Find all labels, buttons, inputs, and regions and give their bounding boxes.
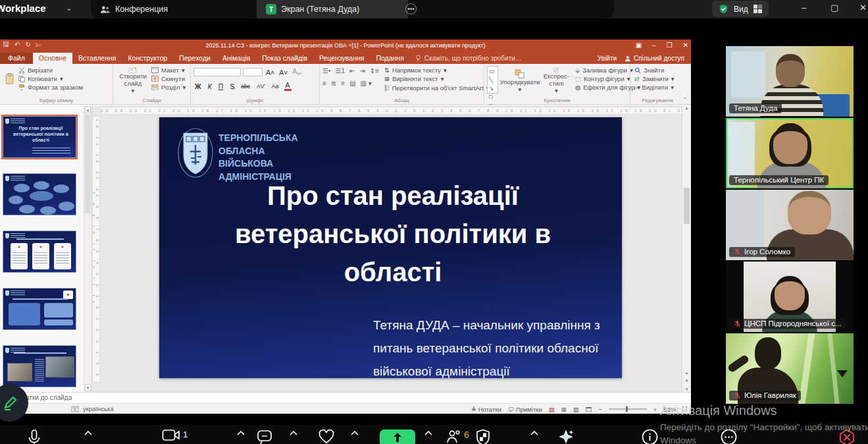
reactions-chevron-icon[interactable] (351, 431, 359, 435)
new-slide-button[interactable]: Створити слайд▾ (116, 66, 150, 96)
share-screen-button[interactable] (380, 430, 415, 444)
notes-toggle[interactable]: ≜ Нотатки (471, 406, 501, 413)
reading-view-icon[interactable]: ▥ (573, 406, 579, 413)
participants-chevron-icon[interactable] (530, 431, 538, 435)
slide-subtitle[interactable]: Тетяна ДУДА – начальник управління з пит… (373, 314, 610, 383)
bold-button[interactable]: Ж (193, 82, 203, 90)
notes-pane[interactable]: ⇕ Нотатки до слайда (0, 392, 691, 403)
select-button[interactable]: ▻Виділити ▾ (633, 83, 682, 92)
mic-options-chevron-icon[interactable] (84, 431, 92, 435)
tell-me-box[interactable]: Скажіть, що потрібно зробити… (410, 53, 527, 64)
fit-slide-icon[interactable]: ⛶ (682, 405, 687, 413)
comments-toggle[interactable]: 🗩 Примітки (508, 406, 542, 413)
slide-canvas[interactable]: ТЕРНОПІЛЬСЬКА ОБЛАСНА ВІЙСЬКОВА АДМІНІСТ… (159, 117, 622, 378)
participant-tile[interactable]: Тетяна Дуда (726, 46, 854, 117)
quick-styles-button[interactable]: Експрес-стилі▾ (542, 66, 571, 96)
slide-thumbnail-1[interactable]: Про стан реалізації ветеранської політик… (3, 116, 76, 158)
grow-font-button[interactable]: A˄ (265, 69, 276, 76)
paste-button[interactable] (3, 66, 17, 92)
workspace-label[interactable]: Workplace (0, 3, 46, 14)
share-button[interactable]: Спільний доступ (625, 55, 684, 62)
change-case-button[interactable]: Аа (270, 83, 280, 90)
font-size-combobox[interactable] (243, 68, 263, 76)
slide-title[interactable]: Про стан реалізації ветеранської політик… (232, 177, 554, 291)
language-status[interactable]: українська (83, 405, 114, 412)
tab-file[interactable]: Файл (0, 53, 33, 64)
slideshow-view-icon[interactable]: 🗖 (586, 406, 592, 413)
zoom-in-icon[interactable]: + (653, 406, 657, 413)
next-slide-icon[interactable]: ▼ (683, 379, 690, 383)
chat-chevron-icon[interactable] (290, 431, 297, 435)
strikethrough-button[interactable]: abc (240, 83, 251, 90)
shrink-font-button[interactable]: A˅ (278, 69, 289, 76)
participant-tile[interactable]: Ігор Соломко (726, 190, 854, 260)
arrange-button[interactable]: Упорядкувати▾ (501, 66, 539, 96)
bullets-button[interactable]: ☰• (322, 67, 330, 74)
tab-insert[interactable]: Вставлення (72, 53, 122, 64)
align-left-button[interactable]: ≡ (322, 80, 326, 87)
zoom-level[interactable]: 53% (663, 406, 676, 413)
reset-button[interactable]: Скинути (150, 74, 187, 83)
tab-review[interactable]: Рецензування (313, 53, 370, 64)
tab-home[interactable]: Основне (33, 53, 72, 64)
clear-formatting-button[interactable]: A✏ (291, 67, 303, 77)
ppt-restore-icon[interactable]: ❐ (667, 42, 673, 49)
close-icon[interactable]: ✕ (859, 3, 867, 13)
scroll-up-icon[interactable]: ▲ (683, 106, 690, 110)
share-chevron-icon[interactable] (424, 431, 432, 435)
participant-tile[interactable]: Юлія Гавриляк (726, 333, 854, 404)
tab-transitions[interactable]: Переходи (173, 53, 217, 64)
ppt-minimize-icon[interactable]: – (652, 42, 656, 49)
cut-button[interactable]: Вирізати (17, 66, 84, 74)
font-color-button[interactable]: А (284, 81, 292, 91)
maximize-icon[interactable]: ▢ (830, 3, 838, 13)
end-meeting-icon[interactable] (838, 429, 855, 444)
slide-thumbnail-5[interactable] (3, 345, 76, 387)
columns-button[interactable]: ▥ ▾ (361, 80, 372, 87)
thumbnail-scrollbar[interactable]: ▲ ▼ (84, 105, 91, 392)
ai-companion-icon[interactable] (558, 429, 575, 444)
tab-more-icon[interactable]: ••• (405, 3, 417, 14)
slide-thumbnail-3[interactable]: ♥ ♥ ♥ (3, 231, 76, 273)
text-shadow-button[interactable]: S (228, 82, 236, 90)
editor-scrollbar[interactable]: ▲ ▲ ▼ ▼ (682, 105, 691, 392)
align-center-button[interactable]: ≣ (331, 80, 336, 87)
slide-thumbnail-4[interactable]: ♥ (3, 288, 76, 330)
tab-design[interactable]: Конструктор (122, 53, 173, 64)
underline-button[interactable]: П (217, 82, 225, 90)
italic-button[interactable]: К (207, 82, 213, 90)
tab-animations[interactable]: Анімація (217, 53, 256, 64)
participant-tile-active-speaker[interactable]: Тернопільський Центр ПК (726, 118, 854, 188)
collapse-ribbon-icon[interactable]: ⌃ (682, 97, 687, 103)
scroll-up-icon[interactable]: ▲ (85, 106, 91, 113)
numbering-button[interactable]: ☰1 (335, 67, 345, 74)
tab-view[interactable]: Подання (370, 53, 409, 64)
normal-view-icon[interactable]: ▤ (549, 406, 555, 413)
sign-in-link[interactable]: Увійти (598, 55, 617, 62)
smartart-button[interactable]: ⬱Перетворити на об'єкт SmartArt ▾ (383, 83, 491, 92)
chat-icon[interactable] (257, 429, 272, 444)
view-button[interactable]: Вид (712, 1, 769, 17)
participant-tile[interactable]: ЦНСП Підгороднянської с... (726, 262, 854, 332)
slide-thumbnail-2[interactable] (3, 173, 76, 215)
minimize-icon[interactable]: – (802, 3, 806, 13)
reactions-heart-icon[interactable] (318, 429, 335, 444)
microphone-icon[interactable] (26, 429, 42, 444)
participants-icon[interactable] (446, 429, 462, 444)
ribbon-display-options-icon[interactable]: ▣ (636, 42, 642, 49)
previous-slide-icon[interactable]: ▲ (683, 371, 690, 375)
align-text-button[interactable]: ⊞Вирівняти текст ▾ (383, 74, 491, 83)
format-painter-button[interactable]: Формат за зразком (17, 83, 84, 92)
shapes-gallery[interactable]: ▭ ╲ ↘ □ ○ ▢△ ⌐ ⌙ ⇦ ⇩ ⌂✎ ⌒ ∿ { } ☆ (487, 66, 498, 94)
text-direction-button[interactable]: ⇅Напрямок тексту ▾ (383, 66, 491, 74)
justify-button[interactable]: ▤ (349, 80, 355, 87)
tab-slideshow[interactable]: Показ слайдів (256, 53, 313, 64)
more-participants-chevron-icon[interactable] (837, 370, 848, 377)
decrease-indent-button[interactable]: ⇤ (349, 67, 355, 74)
align-right-button[interactable]: ≡ (341, 80, 345, 87)
line-spacing-button[interactable]: ⇕≡ (370, 67, 379, 74)
slide-sorter-view-icon[interactable]: ⊞ (561, 406, 567, 413)
section-button[interactable]: Розділ ▾ (150, 83, 187, 92)
layout-button[interactable]: Макет ▾ (150, 66, 187, 74)
ppt-close-icon[interactable]: ✕ (683, 42, 688, 49)
